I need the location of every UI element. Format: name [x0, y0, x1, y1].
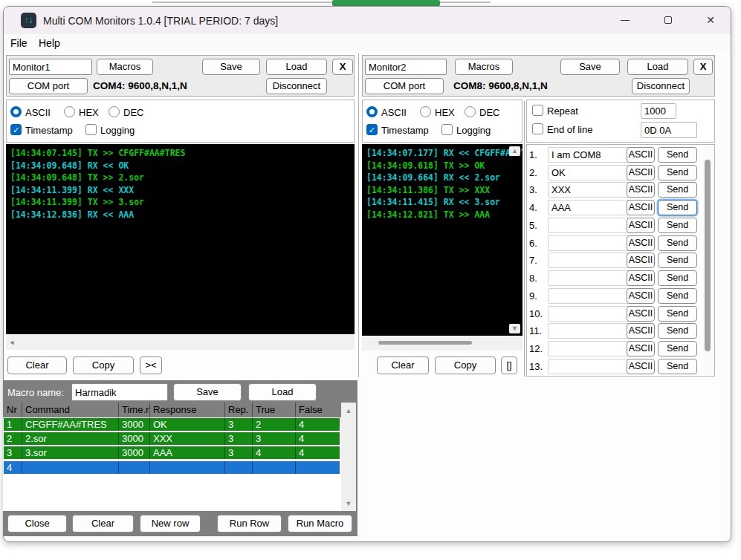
send-row-input[interactable] [548, 270, 634, 286]
send-row-input[interactable] [548, 182, 634, 198]
send-row-send-button[interactable]: Send [658, 165, 697, 180]
repeat-checkbox[interactable] [532, 105, 543, 116]
scroll-up-icon[interactable]: ▲ [343, 406, 354, 415]
send-row-mode-button[interactable]: ASCII [627, 235, 655, 251]
send-row-mode-button[interactable]: ASCII [627, 253, 655, 268]
close-window-button[interactable]: ✕ [699, 9, 722, 31]
menu-file[interactable]: File [6, 34, 32, 52]
monitor2-radio-ascii[interactable] [366, 106, 378, 117]
monitor2-copy-button[interactable]: Copy [435, 356, 496, 374]
macro-run-row-button[interactable]: Run Row [217, 515, 282, 533]
send-row-input[interactable] [548, 359, 634, 374]
monitor1-close-button[interactable]: X [332, 59, 353, 75]
send-row-input[interactable] [548, 323, 634, 339]
monitor1-macros-button[interactable]: Macros [97, 59, 153, 75]
send-row-input[interactable] [548, 306, 634, 322]
send-row-input[interactable] [548, 253, 634, 268]
monitor2-disconnect-button[interactable]: Disconnect [632, 78, 690, 94]
send-row-send-button[interactable]: Send [658, 323, 697, 339]
monitor2-name-input[interactable] [365, 59, 447, 75]
monitor2-bracket-button[interactable]: [] [501, 356, 517, 374]
macro-clear-button[interactable]: Clear [72, 515, 134, 533]
monitor1-com-port-button[interactable]: COM port [9, 78, 88, 94]
monitor1-disconnect-button[interactable]: Disconnect [266, 78, 327, 94]
macro-table-row[interactable]: 1 CFGFF#AA#TRES 3000 OK 3 2 4 [4, 418, 340, 431]
send-row-mode-button[interactable]: ASCII [627, 306, 655, 322]
monitor1-load-button[interactable]: Load [266, 59, 327, 75]
monitor1-radio-ascii[interactable] [10, 106, 22, 117]
macro-run-macro-button[interactable]: Run Macro [288, 515, 352, 533]
send-row-mode-button[interactable]: ASCII [627, 323, 655, 339]
send-row-send-button[interactable]: Send [658, 147, 697, 163]
splitter-left[interactable] [358, 53, 359, 377]
macro-table-vscrollbar[interactable] [341, 403, 356, 511]
monitor2-terminal[interactable]: [14:34:07.177] RX << CFGFF#AA#TRES [14:3… [362, 144, 522, 336]
monitor1-hscrollbar[interactable] [6, 334, 355, 350]
send-row-send-button[interactable]: Send [658, 200, 697, 215]
macro-table-row[interactable]: 2 2.sor 3000 XXX 3 3 4 [4, 432, 340, 445]
monitor2-timestamp-checkbox[interactable]: ✓ [366, 124, 378, 135]
send-row-input[interactable] [548, 341, 634, 356]
monitor2-save-button[interactable]: Save [560, 59, 620, 75]
send-row-mode-button[interactable]: ASCII [627, 182, 655, 198]
send-row-send-button[interactable]: Send [658, 306, 697, 322]
send-row-mode-button[interactable]: ASCII [627, 270, 655, 286]
send-row-input[interactable] [548, 165, 634, 180]
send-row-mode-button[interactable]: ASCII [627, 341, 655, 356]
send-row-input[interactable] [548, 200, 634, 215]
monitor2-close-button[interactable]: X [693, 59, 713, 75]
minimize-button[interactable] [614, 9, 636, 31]
send-panel-vscroll-thumb[interactable] [705, 160, 711, 351]
monitor2-scroll-down[interactable]: ▼ [509, 324, 520, 333]
monitor1-name-input[interactable] [9, 59, 92, 75]
monitor1-clear-button[interactable]: Clear [7, 356, 67, 374]
macro-close-button[interactable]: Close [7, 515, 67, 533]
monitor1-logging-checkbox[interactable] [85, 124, 97, 135]
monitor1-radio-dec[interactable] [109, 106, 120, 117]
send-row-mode-button[interactable]: ASCII [627, 288, 655, 304]
macro-save-button[interactable]: Save [173, 383, 242, 401]
send-row-input[interactable] [548, 288, 634, 304]
macro-new-row-button[interactable]: New row [140, 515, 201, 533]
maximize-button[interactable] [657, 9, 679, 31]
send-row-send-button[interactable]: Send [658, 341, 697, 356]
send-row-mode-button[interactable]: ASCII [627, 218, 655, 233]
send-row-send-button[interactable]: Send [658, 218, 697, 233]
send-row-mode-button[interactable]: ASCII [627, 147, 655, 163]
macro-table-row-selected[interactable]: 4 [4, 461, 340, 474]
monitor2-clear-button[interactable]: Clear [377, 356, 429, 374]
monitor2-scroll-up[interactable]: ▲ [509, 146, 520, 156]
menu-help[interactable]: Help [34, 34, 65, 52]
send-row-mode-button[interactable]: ASCII [627, 359, 655, 374]
monitor2-logging-checkbox[interactable] [441, 124, 453, 135]
monitor1-save-button[interactable]: Save [202, 59, 260, 75]
monitor2-radio-dec[interactable] [465, 106, 476, 117]
monitor1-wrap-button[interactable]: >< [140, 356, 162, 374]
macro-table-row[interactable]: 3 3.sor 3000 AAA 3 4 4 [4, 446, 340, 459]
send-row-mode-button[interactable]: ASCII [627, 200, 655, 215]
send-row-mode-button[interactable]: ASCII [627, 165, 655, 180]
monitor1-copy-button[interactable]: Copy [73, 356, 134, 374]
send-row-send-button[interactable]: Send [658, 288, 697, 304]
monitor1-timestamp-checkbox[interactable]: ✓ [10, 124, 22, 135]
send-row-send-button[interactable]: Send [658, 270, 697, 286]
send-row-send-button[interactable]: Send [658, 359, 697, 374]
monitor1-radio-hex[interactable] [64, 106, 75, 117]
scroll-left-icon[interactable]: ◄ [7, 338, 16, 347]
send-row-input[interactable] [548, 147, 634, 163]
monitor1-terminal[interactable]: [14:34:07.145] TX >> CFGFF#AA#TRES [14:3… [6, 144, 355, 334]
monitor2-hscroll-thumb[interactable] [378, 341, 472, 345]
scroll-down-icon[interactable]: ▼ [343, 499, 354, 508]
splitter-right[interactable] [524, 101, 525, 377]
send-row-send-button[interactable]: Send [658, 253, 697, 268]
monitor2-com-port-button[interactable]: COM port [365, 78, 444, 94]
end-of-line-checkbox[interactable] [532, 123, 543, 134]
repeat-value-input[interactable] [641, 103, 676, 119]
monitor2-macros-button[interactable]: Macros [455, 59, 513, 75]
end-of-line-value-input[interactable] [641, 122, 697, 138]
monitor2-radio-hex[interactable] [420, 106, 431, 117]
monitor2-load-button[interactable]: Load [627, 59, 688, 75]
macro-load-button[interactable]: Load [248, 383, 317, 401]
send-row-send-button[interactable]: Send [658, 182, 697, 198]
macro-name-input[interactable] [71, 383, 168, 401]
